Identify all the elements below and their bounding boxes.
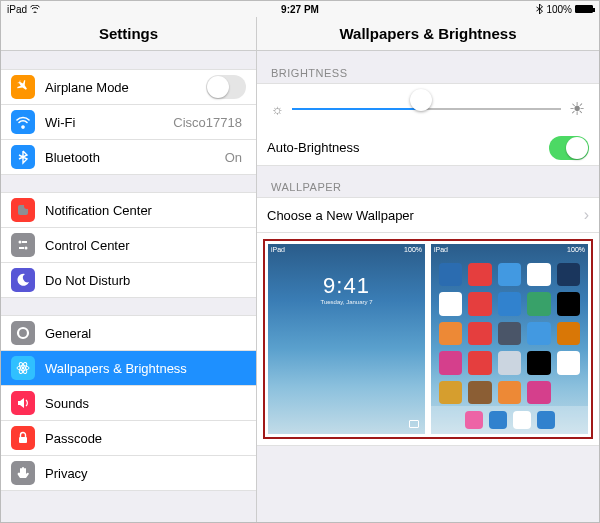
- auto-brightness-toggle[interactable]: [549, 136, 589, 160]
- dock-app-icon: [537, 411, 555, 429]
- svg-point-4: [25, 247, 28, 250]
- app-icon: [557, 322, 580, 345]
- sidebar-item-wifi[interactable]: Wi-Fi Cisco17718: [1, 104, 256, 140]
- choose-wallpaper-label: Choose a New Wallpaper: [267, 208, 584, 223]
- brightness-slider[interactable]: [292, 99, 561, 119]
- app-icon: [468, 351, 491, 374]
- home-screen-preview[interactable]: iPad100%: [431, 244, 588, 434]
- svg-point-2: [19, 241, 22, 244]
- app-icon: [498, 381, 521, 404]
- sidebar-item-control-center[interactable]: Control Center: [1, 227, 256, 263]
- app-icon: [498, 292, 521, 315]
- lock-preview-time: 9:41: [268, 273, 425, 299]
- lock-preview-date: Tuesday, January 7: [268, 299, 425, 305]
- row-label: Control Center: [45, 238, 246, 253]
- row-label: Passcode: [45, 431, 246, 446]
- sidebar-item-sounds[interactable]: Sounds: [1, 385, 256, 421]
- bluetooth-status-icon: [536, 4, 543, 14]
- app-icon: [468, 381, 491, 404]
- wallpaper-previews: iPad100% 9:41 Tuesday, January 7 iPad100…: [257, 232, 599, 446]
- svg-rect-5: [19, 247, 24, 249]
- sidebar-item-passcode[interactable]: Passcode: [1, 420, 256, 456]
- notify-icon: [11, 198, 35, 222]
- detail-title: Wallpapers & Brightness: [257, 17, 599, 50]
- chevron-right-icon: ›: [584, 206, 589, 224]
- sun-max-icon: ☀: [569, 98, 585, 120]
- app-icon: [439, 322, 462, 345]
- app-icon: [498, 351, 521, 374]
- sound-icon: [11, 391, 35, 415]
- wifi-icon: [11, 110, 35, 134]
- airplane-toggle[interactable]: [206, 75, 246, 99]
- hand-icon: [11, 461, 35, 485]
- sun-min-icon: ☼: [271, 101, 284, 117]
- app-icon: [527, 322, 550, 345]
- row-label: Notification Center: [45, 203, 246, 218]
- app-icon: [498, 263, 521, 286]
- row-label: Bluetooth: [45, 150, 225, 165]
- wifi-status-icon: [30, 5, 40, 13]
- settings-title: Settings: [1, 17, 257, 50]
- sidebar-item-privacy[interactable]: Privacy: [1, 455, 256, 491]
- app-icon: [439, 351, 462, 374]
- app-icon: [527, 351, 550, 374]
- atom-icon: [11, 356, 35, 380]
- device-label: iPad: [7, 4, 27, 15]
- wallpaper-section-header: WALLPAPER: [257, 165, 599, 197]
- app-icon: [498, 322, 521, 345]
- row-label: General: [45, 326, 246, 341]
- row-value: On: [225, 150, 242, 165]
- control-icon: [11, 233, 35, 257]
- svg-point-1: [24, 203, 30, 209]
- choose-wallpaper-row[interactable]: Choose a New Wallpaper ›: [257, 197, 599, 233]
- app-icon: [557, 351, 580, 374]
- app-icon: [439, 381, 462, 404]
- app-icon: [557, 263, 580, 286]
- svg-point-7: [21, 331, 25, 335]
- auto-brightness-label: Auto-Brightness: [267, 140, 549, 155]
- sidebar-item-wallpapers-brightness[interactable]: Wallpapers & Brightness: [1, 350, 256, 386]
- battery-pct: 100%: [546, 4, 572, 15]
- row-label: Airplane Mode: [45, 80, 206, 95]
- sidebar-item-do-not-disturb[interactable]: Do Not Disturb: [1, 262, 256, 298]
- row-label: Do Not Disturb: [45, 273, 246, 288]
- moon-icon: [11, 268, 35, 292]
- sidebar-item-general[interactable]: General: [1, 315, 256, 351]
- status-time: 9:27 PM: [281, 4, 319, 15]
- dock-app-icon: [513, 411, 531, 429]
- status-bar: iPad 9:27 PM 100%: [1, 1, 599, 17]
- app-icon: [557, 292, 580, 315]
- app-icon: [527, 263, 550, 286]
- brightness-section-header: BRIGHTNESS: [257, 51, 599, 83]
- sidebar-item-airplane-mode[interactable]: Airplane Mode: [1, 69, 256, 105]
- dock-app-icon: [489, 411, 507, 429]
- row-label: Sounds: [45, 396, 246, 411]
- auto-brightness-row: Auto-Brightness: [257, 130, 599, 166]
- camera-icon: [409, 420, 419, 428]
- row-label: Wallpapers & Brightness: [45, 361, 246, 376]
- lock-icon: [11, 426, 35, 450]
- app-icon: [439, 263, 462, 286]
- app-icon: [468, 322, 491, 345]
- svg-rect-3: [22, 241, 27, 243]
- app-icon: [527, 381, 550, 404]
- row-value: Cisco17718: [173, 115, 242, 130]
- dock-app-icon: [465, 411, 483, 429]
- detail-pane[interactable]: BRIGHTNESS ☼ ☀ Auto-Brightness WALLPAPER…: [257, 51, 599, 522]
- settings-sidebar[interactable]: Airplane Mode Wi-Fi Cisco17718 Bluetooth…: [1, 51, 257, 522]
- svg-point-11: [22, 367, 25, 370]
- svg-rect-12: [19, 437, 27, 443]
- sidebar-item-bluetooth[interactable]: Bluetooth On: [1, 139, 256, 175]
- app-icon: [527, 292, 550, 315]
- sidebar-item-notification-center[interactable]: Notification Center: [1, 192, 256, 228]
- lock-screen-preview[interactable]: iPad100% 9:41 Tuesday, January 7: [268, 244, 425, 434]
- gear-icon: [11, 321, 35, 345]
- row-label: Wi-Fi: [45, 115, 173, 130]
- battery-icon: [575, 5, 593, 13]
- brightness-slider-row: ☼ ☀: [257, 83, 599, 130]
- app-icon: [439, 292, 462, 315]
- app-icon: [468, 263, 491, 286]
- app-icon: [468, 292, 491, 315]
- row-label: Privacy: [45, 466, 246, 481]
- bluetooth-icon: [11, 145, 35, 169]
